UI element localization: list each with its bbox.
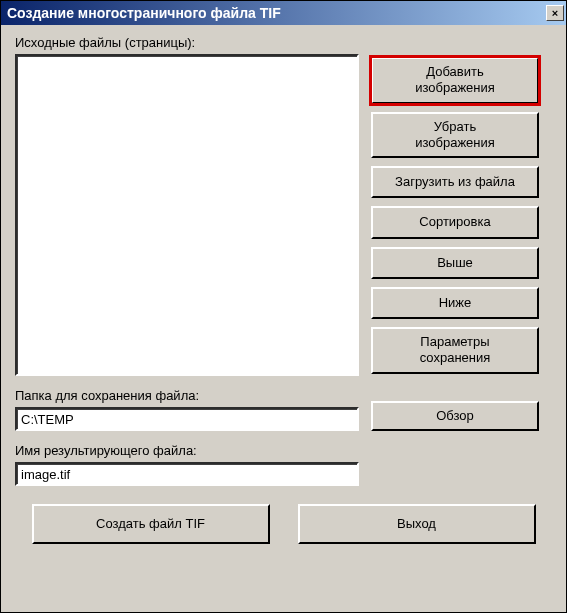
titlebar: Создание многостраничного файла TIF × <box>1 1 566 25</box>
move-down-button[interactable]: Ниже <box>371 287 539 319</box>
source-files-listbox[interactable] <box>15 54 359 376</box>
load-from-file-button[interactable]: Загрузить из файла <box>371 166 539 198</box>
bottom-row: Создать файл TIF Выход <box>15 504 552 544</box>
remove-images-button[interactable]: Убрать изображения <box>371 112 539 159</box>
result-name-block: Имя результирующего файла: <box>15 443 552 486</box>
left-column: Исходные файлы (страницы): <box>15 35 359 376</box>
client-area: Исходные файлы (страницы): Добавить изоб… <box>1 25 566 612</box>
exit-button[interactable]: Выход <box>298 504 536 544</box>
right-column: Добавить изображения Убрать изображения … <box>371 35 539 376</box>
browse-button[interactable]: Обзор <box>371 401 539 431</box>
result-name-input[interactable] <box>15 462 359 486</box>
top-row: Исходные файлы (страницы): Добавить изоб… <box>15 35 552 376</box>
save-params-button[interactable]: Параметры сохранения <box>371 327 539 374</box>
window-title: Создание многостраничного файла TIF <box>7 5 281 21</box>
result-name-label: Имя результирующего файла: <box>15 443 552 458</box>
source-files-label: Исходные файлы (страницы): <box>15 35 359 50</box>
add-images-button[interactable]: Добавить изображения <box>371 57 539 104</box>
close-icon: × <box>552 8 558 19</box>
dialog-window: Создание многостраничного файла TIF × Ис… <box>0 0 567 613</box>
save-folder-input[interactable] <box>15 407 359 431</box>
save-folder-block: Папка для сохранения файла: <box>15 388 359 431</box>
save-folder-label: Папка для сохранения файла: <box>15 388 359 403</box>
save-folder-row: Папка для сохранения файла: Обзор <box>15 376 552 431</box>
close-button[interactable]: × <box>546 5 564 21</box>
sort-button[interactable]: Сортировка <box>371 206 539 238</box>
move-up-button[interactable]: Выше <box>371 247 539 279</box>
create-tif-button[interactable]: Создать файл TIF <box>32 504 270 544</box>
